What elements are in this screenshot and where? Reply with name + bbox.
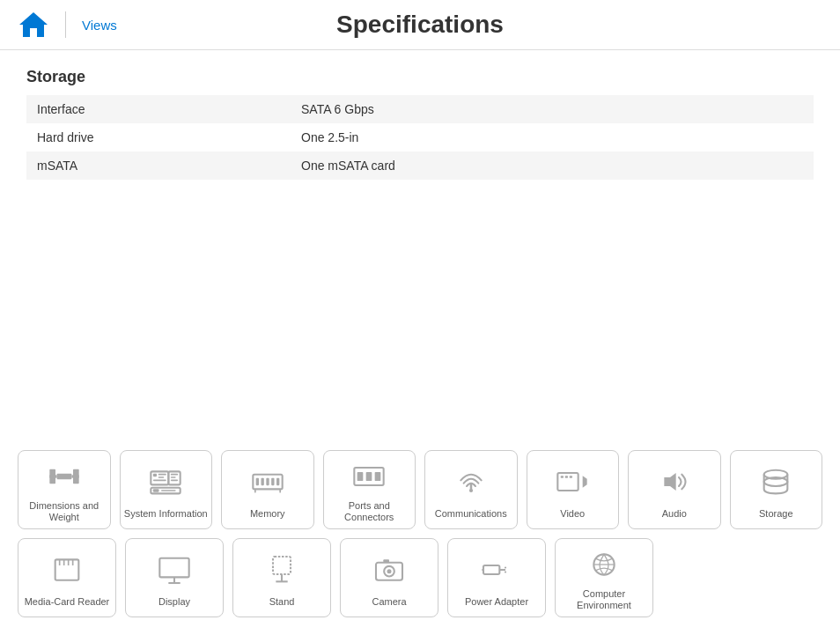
nav-item-storage[interactable]: Storage [730,450,823,529]
nav-item-label-display: Display [158,596,190,608]
nav-item-label-storage: Storage [759,508,793,520]
svg-rect-39 [55,560,79,580]
communications-icon [450,461,492,503]
svg-rect-12 [171,474,178,476]
nav-item-label-video: Video [560,508,585,520]
svg-rect-28 [366,472,372,481]
nav-item-label-system-information: System Information [124,508,208,520]
svg-rect-53 [383,560,389,563]
nav-item-display[interactable]: Display [125,538,224,617]
nav-item-power-adapter[interactable]: Power Adapter [447,538,546,617]
svg-rect-24 [254,490,256,493]
nav-item-stand[interactable]: Stand [232,538,331,617]
svg-rect-9 [158,477,165,479]
video-icon [551,461,593,503]
system-information-icon [144,461,187,503]
svg-rect-44 [159,558,188,578]
spec-value: One 2.5-in [291,123,814,151]
nav-item-label-communications: Communications [435,508,507,520]
main-content: Storage InterfaceSATA 6 GbpsHard driveOn… [0,50,840,197]
svg-point-30 [469,489,473,492]
power-adapter-icon [475,549,518,591]
svg-rect-16 [153,490,159,492]
home-icon[interactable] [18,9,49,41]
svg-rect-7 [153,474,157,476]
svg-rect-33 [561,476,564,479]
svg-rect-29 [375,472,381,481]
svg-rect-19 [255,478,258,485]
bottom-nav: Dimensions and WeightSystem InformationM… [0,441,840,635]
svg-rect-8 [158,474,166,476]
svg-rect-20 [261,478,263,485]
audio-icon [653,461,696,503]
header: Views Specifications [0,0,840,50]
nav-item-label-computer-environment: Computer Environment [559,588,649,611]
table-row: Hard driveOne 2.5-in [26,123,814,151]
camera-icon [368,549,410,591]
svg-rect-5 [71,475,78,477]
views-link[interactable]: Views [82,18,117,33]
nav-item-label-memory: Memory [250,508,285,520]
storage-icon [755,461,797,503]
svg-rect-22 [271,478,274,485]
computer-environment-icon [583,546,625,583]
nav-item-system-information[interactable]: System Information [120,450,213,529]
svg-rect-47 [273,557,291,574]
table-row: mSATAOne mSATA card [26,151,814,180]
svg-point-52 [387,570,392,574]
svg-marker-36 [664,473,675,491]
nav-item-communications[interactable]: Communications [424,450,518,529]
nav-item-label-stand: Stand [269,596,295,608]
svg-rect-27 [357,472,364,481]
svg-rect-10 [153,480,166,482]
svg-rect-54 [483,565,499,574]
svg-rect-23 [276,478,279,485]
nav-item-label-audio: Audio [662,508,687,520]
svg-rect-13 [171,477,176,479]
svg-marker-0 [19,12,48,37]
svg-rect-34 [565,476,568,479]
memory-icon [247,461,289,503]
nav-item-label-dimensions-weight: Dimensions and Weight [22,500,107,523]
svg-rect-4 [49,475,56,477]
nav-item-media-card-reader[interactable]: Media-Card Reader [18,538,116,617]
spec-table: InterfaceSATA 6 GbpsHard driveOne 2.5-in… [26,95,814,180]
stand-icon [261,549,303,591]
svg-rect-25 [279,490,281,493]
svg-rect-21 [266,478,269,485]
nav-row-1: Dimensions and WeightSystem InformationM… [18,450,822,529]
nav-item-memory[interactable]: Memory [221,450,314,529]
svg-rect-3 [56,473,71,479]
dimensions-weight-icon [43,458,85,495]
svg-rect-35 [570,476,572,479]
nav-item-computer-environment[interactable]: Computer Environment [555,538,653,617]
spec-value: SATA 6 Gbps [291,95,814,123]
svg-rect-17 [161,491,176,492]
table-row: InterfaceSATA 6 Gbps [26,95,814,123]
nav-item-label-camera: Camera [372,596,406,608]
spec-label: Interface [26,95,291,123]
nav-item-video[interactable]: Video [527,450,620,529]
nav-item-camera[interactable]: Camera [340,538,438,617]
display-icon [153,549,195,591]
page-title: Specifications [336,11,504,39]
nav-row-2: Media-Card ReaderDisplayStandCameraPower… [18,538,822,617]
spec-label: Hard drive [26,123,291,151]
nav-item-label-power-adapter: Power Adapter [465,596,528,608]
spec-value: One mSATA card [291,151,814,180]
nav-item-dimensions-weight[interactable]: Dimensions and Weight [18,450,111,529]
nav-item-ports-connectors[interactable]: Ports and Connectors [323,450,416,529]
header-divider [65,11,66,38]
svg-marker-32 [583,476,587,488]
section-title: Storage [26,68,814,86]
nav-item-audio[interactable]: Audio [628,450,721,529]
nav-item-label-ports-connectors: Ports and Connectors [328,500,412,523]
ports-connectors-icon [348,458,390,495]
nav-item-label-media-card-reader: Media-Card Reader [25,596,110,608]
svg-rect-31 [558,473,578,491]
media-card-reader-icon [46,549,88,591]
svg-rect-14 [171,480,178,482]
header-left: Views [18,9,117,41]
spec-label: mSATA [26,151,291,180]
